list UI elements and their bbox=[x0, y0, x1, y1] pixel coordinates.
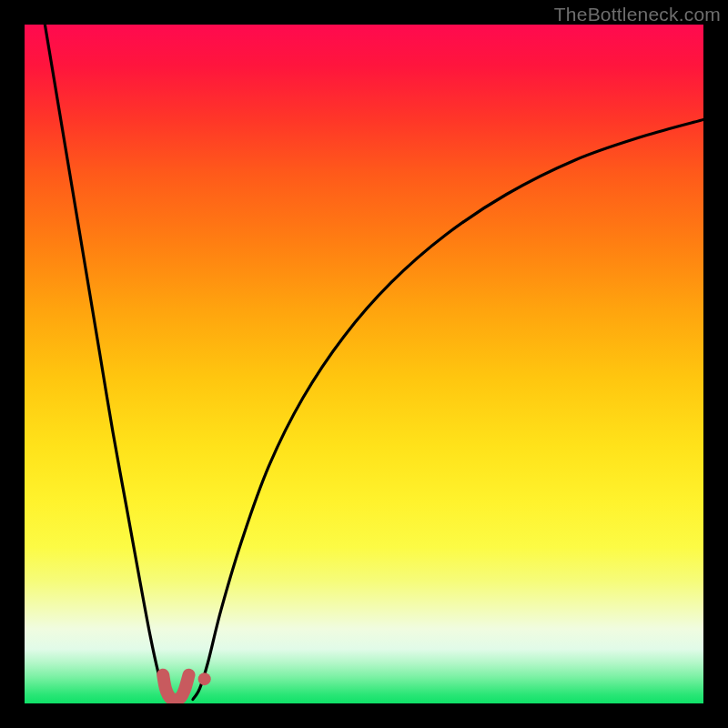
chart-plot-area bbox=[25, 25, 703, 703]
attribution-label: TheBottleneck.com bbox=[554, 4, 721, 25]
dot-marker bbox=[198, 672, 211, 685]
u-shape-marker bbox=[163, 675, 188, 700]
markers-layer bbox=[25, 25, 703, 703]
